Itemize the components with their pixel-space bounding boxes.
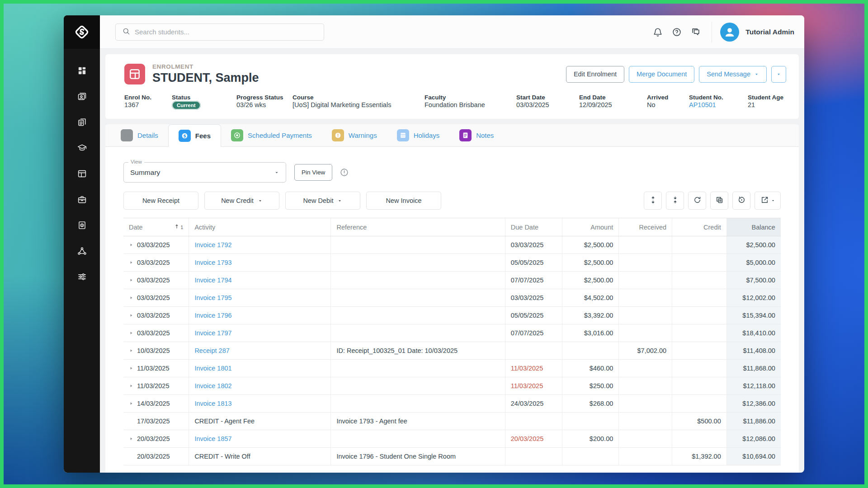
activity-link[interactable]: Invoice 1796 <box>194 312 231 319</box>
table-row[interactable]: 17/03/2025 CREDIT - Agent Fee Invoice 17… <box>123 413 781 430</box>
expand-row-icon[interactable] <box>129 365 137 372</box>
activity-link[interactable]: Invoice 1795 <box>194 294 231 301</box>
help-icon[interactable] <box>667 23 686 42</box>
sidebar-item-agents[interactable] <box>64 188 100 213</box>
tab-warnings[interactable]: Warnings <box>322 124 387 146</box>
collapse-rows-button[interactable] <box>666 192 684 210</box>
sidebar-item-finance[interactable] <box>64 213 100 239</box>
search-input[interactable] <box>135 28 317 36</box>
activity-link[interactable]: Invoice 1857 <box>194 435 231 442</box>
cell-date: 03/03/2025 <box>123 272 189 289</box>
sidebar <box>64 15 100 473</box>
sidebar-item-courses[interactable] <box>64 136 100 162</box>
activity-link[interactable]: Receipt 287 <box>194 347 229 354</box>
cell-amount: $2,500.00 <box>562 236 619 253</box>
send-message-button[interactable]: Send Message <box>699 66 767 83</box>
expand-row-icon[interactable] <box>129 241 137 249</box>
table-row[interactable]: 10/03/2025 Receipt 287 ID: Receipt_10032… <box>123 342 781 360</box>
view-select[interactable]: View Summary <box>123 162 286 183</box>
expand-row-icon[interactable] <box>129 277 137 284</box>
column-header-balance[interactable]: Balance <box>727 218 781 236</box>
tab-notes[interactable]: Notes <box>449 124 504 146</box>
expand-row-icon[interactable] <box>129 294 137 301</box>
expand-row-icon[interactable] <box>129 312 137 319</box>
tab-details[interactable]: Details <box>111 124 168 146</box>
expand-row-icon[interactable] <box>129 347 137 354</box>
table-row[interactable]: 14/03/2025 Invoice 1813 24/03/2025 $268.… <box>123 395 781 413</box>
merge-document-button[interactable]: Merge Document <box>629 66 694 83</box>
more-actions-button[interactable] <box>771 66 786 83</box>
cell-balance: $12,118.00 <box>727 377 781 394</box>
expand-rows-button[interactable] <box>644 192 662 210</box>
cell-received <box>619 272 672 289</box>
expand-row-icon[interactable] <box>129 382 137 389</box>
tab-label: Warnings <box>349 131 377 139</box>
student-no-link[interactable]: AP10501 <box>689 101 716 108</box>
column-header-due_date[interactable]: Due Date <box>505 218 562 236</box>
messages-icon[interactable] <box>686 23 705 42</box>
new-debit-button[interactable]: New Debit <box>285 192 360 210</box>
field-value: 03/03/2025 <box>516 101 549 108</box>
activity-link[interactable]: Invoice 1792 <box>194 241 231 249</box>
sidebar-item-network[interactable] <box>64 239 100 265</box>
cell-amount: $250.00 <box>562 377 619 394</box>
sidebar-item-dashboard[interactable] <box>64 59 100 84</box>
edit-enrolment-button[interactable]: Edit Enrolment <box>566 66 624 83</box>
expand-row-icon[interactable] <box>129 329 137 337</box>
history-button[interactable] <box>732 192 750 210</box>
tab-fees[interactable]: $ Fees <box>168 124 221 147</box>
sidebar-item-documents[interactable] <box>64 110 100 136</box>
table-row[interactable]: 20/03/2025 Invoice 1857 20/03/2025 $200.… <box>123 430 781 448</box>
activity-link[interactable]: Invoice 1794 <box>194 277 231 284</box>
column-header-activity[interactable]: Activity <box>189 218 331 236</box>
table-row[interactable]: 11/03/2025 Invoice 1801 11/03/2025 $460.… <box>123 360 781 377</box>
table-row[interactable]: 03/03/2025 Invoice 1795 03/03/2025 $4,50… <box>123 289 781 307</box>
avatar[interactable] <box>720 23 739 42</box>
cell-due-date <box>505 448 562 465</box>
field-label: Enrol No. <box>124 94 172 101</box>
table-row[interactable]: 20/03/2025 CREDIT - Write Off Invoice 17… <box>123 448 781 465</box>
activity-link[interactable]: Invoice 1802 <box>194 382 231 389</box>
export-button[interactable] <box>755 192 781 210</box>
table-row[interactable]: 03/03/2025 Invoice 1797 07/07/2025 $3,01… <box>123 324 781 342</box>
tab-holidays-icon <box>397 129 409 141</box>
pin-view-button[interactable]: Pin View <box>294 164 332 181</box>
tab-holidays[interactable]: Holidays <box>387 124 450 146</box>
notifications-icon[interactable] <box>648 23 667 42</box>
history-icon <box>737 196 746 206</box>
table-row[interactable]: 03/03/2025 Invoice 1792 03/03/2025 $2,50… <box>123 236 781 254</box>
app-logo-icon[interactable] <box>64 15 100 49</box>
expand-row-icon[interactable] <box>129 400 137 407</box>
column-header-amount[interactable]: Amount <box>562 218 619 236</box>
activity-link[interactable]: Invoice 1801 <box>194 365 231 372</box>
new-credit-button[interactable]: New Credit <box>204 192 279 210</box>
enrolment-fields: Enrol No. 1367 Status Current Progress S… <box>124 94 786 110</box>
sidebar-item-enrolments[interactable] <box>64 162 100 188</box>
column-header-date[interactable]: Date 1 <box>123 218 189 236</box>
enrolment-field: Student No. AP10501 <box>689 94 748 109</box>
expand-row-icon[interactable] <box>129 259 137 266</box>
column-header-credit[interactable]: Credit <box>672 218 727 236</box>
refresh-button[interactable] <box>688 192 706 210</box>
new-receipt-button[interactable]: New Receipt <box>123 192 198 210</box>
cell-amount: $2,500.00 <box>562 272 619 289</box>
table-row[interactable]: 03/03/2025 Invoice 1793 05/05/2025 $2,50… <box>123 254 781 272</box>
duplicate-button[interactable] <box>710 192 728 210</box>
column-header-reference[interactable]: Reference <box>331 218 505 236</box>
table-row[interactable]: 03/03/2025 Invoice 1794 07/07/2025 $2,50… <box>123 272 781 289</box>
documents-icon <box>77 117 87 129</box>
activity-link[interactable]: Invoice 1793 <box>194 259 231 266</box>
search-box[interactable] <box>115 23 324 41</box>
sidebar-item-settings[interactable] <box>64 265 100 291</box>
sidebar-item-contacts[interactable] <box>64 84 100 110</box>
table-row[interactable]: 11/03/2025 Invoice 1802 11/03/2025 $250.… <box>123 377 781 395</box>
new-invoice-button[interactable]: New Invoice <box>366 192 441 210</box>
cell-reference <box>331 395 505 412</box>
expand-row-icon[interactable] <box>129 435 137 442</box>
info-icon[interactable] <box>340 168 349 177</box>
activity-link[interactable]: Invoice 1797 <box>194 329 231 337</box>
activity-link[interactable]: Invoice 1813 <box>194 400 231 407</box>
tab-scheduled-payments[interactable]: Scheduled Payments <box>221 124 322 146</box>
column-header-received[interactable]: Received <box>619 218 672 236</box>
table-row[interactable]: 03/03/2025 Invoice 1796 05/05/2025 $3,39… <box>123 307 781 324</box>
